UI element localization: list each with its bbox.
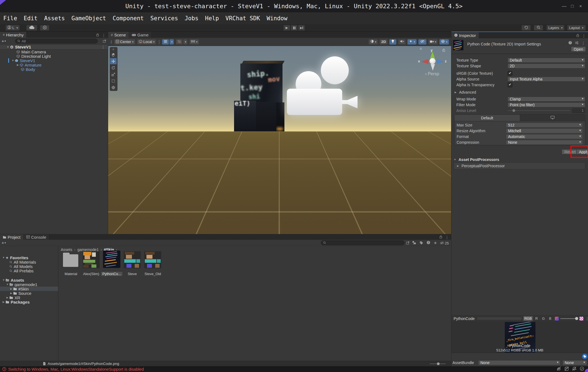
format-dropdown[interactable]: Automatic bbox=[506, 134, 583, 139]
menu-window[interactable]: Window bbox=[267, 15, 287, 22]
panel-menu-icon[interactable]: ⋮ bbox=[445, 235, 449, 240]
gizmo-center[interactable] bbox=[430, 58, 436, 64]
channel-g-button[interactable]: G bbox=[541, 316, 546, 321]
hierarchy-item-directional-light[interactable]: Directional Light bbox=[0, 54, 108, 58]
aniso-value-field[interactable]: 1 bbox=[572, 108, 585, 113]
tree-assets[interactable]: ▼ Assets bbox=[0, 278, 58, 282]
asset-label-alex[interactable]: Alex(Slim) bbox=[80, 272, 102, 276]
close-button-icon[interactable]: × bbox=[577, 0, 585, 12]
move-tool-button[interactable] bbox=[110, 58, 117, 65]
project-search-input[interactable] bbox=[321, 240, 405, 245]
asset-steve-thumbnail[interactable] bbox=[124, 251, 141, 268]
panel-menu-icon[interactable]: ⋮ bbox=[102, 33, 106, 38]
progress-ok-icon[interactable] bbox=[580, 367, 584, 372]
channel-b-button[interactable]: B bbox=[547, 316, 553, 321]
panel-menu-icon[interactable]: ⋮ bbox=[582, 34, 586, 38]
tool-handle-rotation-dropdown[interactable]: Local▾ bbox=[137, 39, 156, 45]
tree-packages[interactable]: ▶ Packages bbox=[0, 300, 58, 304]
hierarchy-item-body[interactable]: Body bbox=[0, 67, 108, 71]
help-icon[interactable]: ? bbox=[568, 41, 572, 46]
scene-viewport[interactable]: ship. mov t.key shi eiT) s( e_b bbox=[108, 46, 451, 234]
gizmo-x-cone[interactable] bbox=[421, 59, 428, 64]
asset-alex-slim-thumbnail[interactable] bbox=[83, 251, 100, 268]
alpha-source-dropdown[interactable]: Input Texture Alpha bbox=[508, 77, 585, 82]
mip-slider-track[interactable] bbox=[560, 318, 577, 319]
pause-button[interactable] bbox=[291, 25, 298, 31]
cache-server-disabled-icon[interactable] bbox=[564, 367, 569, 372]
alpha-transparency-checkbox[interactable]: ✔ bbox=[508, 82, 512, 87]
compression-dropdown[interactable]: None bbox=[506, 140, 583, 145]
scene-lighting-toggle[interactable] bbox=[389, 39, 396, 45]
platform-tab-default[interactable]: Default bbox=[454, 115, 520, 121]
preview-menu-icon[interactable]: ⋮ bbox=[585, 316, 588, 321]
channel-r-button[interactable]: R bbox=[534, 316, 539, 321]
mip-slider-knob[interactable] bbox=[575, 317, 578, 320]
lock-icon[interactable] bbox=[96, 33, 99, 38]
tree-gamemode1[interactable]: ▼ gamemode1 bbox=[0, 282, 58, 287]
search-in-window-icon[interactable] bbox=[406, 241, 410, 246]
favorite-all-materials[interactable]: All Materials bbox=[0, 260, 58, 264]
services-hub-button[interactable] bbox=[40, 25, 49, 31]
menu-vrchat-sdk[interactable]: VRChat SDK bbox=[226, 15, 260, 22]
scene-menu-icon[interactable]: ⋮ bbox=[101, 45, 105, 49]
main-camera-gizmo[interactable] bbox=[285, 56, 361, 118]
account-button[interactable]: L bbox=[5, 25, 20, 31]
play-button[interactable]: ▶ bbox=[283, 25, 290, 31]
foldout-closed-icon[interactable]: ▶ bbox=[16, 64, 20, 66]
hierarchy-search-input[interactable]: All bbox=[15, 39, 98, 44]
rotate-tool-button[interactable] bbox=[110, 65, 117, 71]
postprocessor-item[interactable]: ▶ PerceptualPostProcessor bbox=[454, 162, 585, 169]
snap-toggle[interactable] bbox=[176, 39, 183, 45]
foldout-open-icon[interactable]: ▼ bbox=[11, 59, 15, 62]
scene-camera-dropdown[interactable]: ▾ bbox=[428, 39, 438, 45]
gizmos-dropdown[interactable]: ▾ bbox=[439, 39, 449, 45]
step-button[interactable]: ▶ bbox=[298, 25, 305, 31]
hierarchy-item-main-camera[interactable]: Main Camera bbox=[0, 50, 108, 54]
rect-tool-button[interactable] bbox=[110, 78, 117, 84]
thumbnail-size-slider[interactable] bbox=[430, 362, 446, 365]
scene-foldout-icon[interactable]: ▼ bbox=[6, 46, 10, 48]
preview-header[interactable]: PythonCode RGB R G B ⋮ bbox=[451, 315, 588, 321]
snap-dropdown[interactable]: ▾ bbox=[183, 39, 188, 45]
resize-algorithm-dropdown[interactable]: Mitchell bbox=[506, 128, 583, 133]
postprocessors-foldout[interactable]: ▼ Asset PostProcessors bbox=[453, 157, 499, 162]
debugger-disabled-icon[interactable] bbox=[557, 367, 561, 372]
menu-jobs[interactable]: Jobs bbox=[185, 15, 198, 22]
cloud-button[interactable] bbox=[26, 25, 37, 31]
hand-tool-button[interactable] bbox=[110, 51, 117, 58]
tree-xr[interactable]: ▶ XR bbox=[0, 295, 58, 300]
maximize-button-icon[interactable]: □ bbox=[568, 0, 577, 12]
asset-steve-old-thumbnail[interactable] bbox=[144, 251, 161, 268]
advanced-foldout[interactable]: ▶Advanced bbox=[454, 90, 585, 95]
orientation-gizmo[interactable]: ≡ y x z ‹ Persp bbox=[415, 46, 451, 79]
texture-type-dropdown[interactable]: Default bbox=[508, 58, 585, 63]
scene-row[interactable]: ▼ SteveV1 ⋮ bbox=[0, 44, 108, 50]
scale-tool-button[interactable] bbox=[110, 71, 117, 78]
open-in-window-icon[interactable] bbox=[103, 39, 106, 44]
aniso-slider[interactable]: 1 bbox=[508, 108, 585, 113]
mipmap-icon[interactable] bbox=[555, 317, 559, 321]
lock-icon[interactable] bbox=[439, 235, 442, 240]
tool-handle-pivot-dropdown[interactable]: Center▾ bbox=[114, 39, 135, 45]
alert-filter-icon[interactable] bbox=[426, 241, 430, 246]
filter-mode-dropdown[interactable]: Point (no filter) bbox=[508, 102, 585, 107]
header-menu-icon[interactable]: ⋮ bbox=[581, 41, 585, 45]
tab-game[interactable]: Game bbox=[129, 32, 152, 38]
projection-toggle[interactable]: ‹ Persp bbox=[425, 71, 439, 77]
max-size-dropdown[interactable]: 512 bbox=[506, 123, 583, 128]
layers-dropdown[interactable]: Layers bbox=[546, 25, 564, 31]
apply-button[interactable]: Apply bbox=[576, 149, 588, 154]
srgb-checkbox[interactable]: ✔ bbox=[508, 71, 512, 76]
overlay-menu-icon[interactable]: ≡ bbox=[420, 47, 422, 51]
scene-visibility-toggle[interactable] bbox=[418, 39, 426, 45]
tab-inspector[interactable]: Inspector bbox=[451, 32, 479, 38]
create-object-button[interactable]: + ▾ bbox=[2, 39, 6, 43]
shading-mode-dropdown[interactable]: ▾ bbox=[368, 39, 378, 45]
asset-label-steve[interactable]: Steve bbox=[122, 272, 143, 276]
minimize-button-icon[interactable]: — bbox=[560, 0, 568, 12]
gizmo-z-cone[interactable] bbox=[437, 59, 444, 64]
toolbar-drag-handle[interactable]: ∥ bbox=[110, 40, 112, 44]
tab-scene[interactable]: # Scene bbox=[108, 32, 129, 38]
scene-audio-toggle[interactable] bbox=[398, 39, 406, 45]
lock-icon[interactable] bbox=[576, 33, 579, 38]
